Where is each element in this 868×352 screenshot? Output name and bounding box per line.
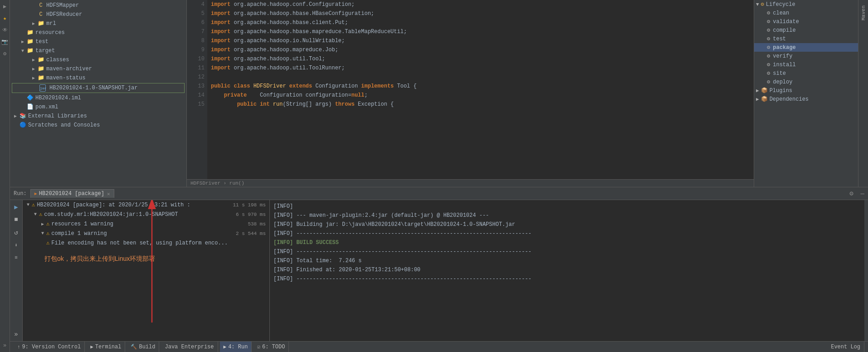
tree-item-classes[interactable]: ▶ 📁 classes — [10, 55, 186, 64]
lifecycle-label: Lifecycle — [766, 1, 795, 8]
maven-install[interactable]: ⚙ install — [754, 60, 858, 69]
maven-test[interactable]: ⚙ test — [754, 34, 858, 43]
run-tab-status[interactable]: ▶ 4: Run — [220, 342, 252, 352]
warning-icon: ⚠ — [32, 201, 35, 208]
tree-item-test[interactable]: ▶ 📁 test — [10, 37, 186, 46]
gear-icon: ⚙ — [767, 61, 770, 68]
run-rerun-button[interactable]: ↺ — [11, 227, 21, 237]
folder-icon: 📁 — [37, 65, 44, 73]
run-play-btn[interactable]: ▶ — [0, 2, 10, 11]
tree-arrow: ▶ — [30, 66, 37, 72]
run-output-panel[interactable]: [INFO] [INFO] --- maven-jar-plugin:2.4:j… — [270, 200, 864, 341]
maven-deploy[interactable]: ⚙ deploy — [754, 78, 858, 86]
tree-item-scratches[interactable]: 🔵 Scratches and Consoles — [10, 121, 186, 130]
event-log-label: Event Log — [831, 344, 860, 350]
database-tab-label[interactable]: Maven — [860, 2, 867, 24]
maven-validate[interactable]: ⚙ validate — [754, 17, 858, 26]
gear-icon: ⚙ — [767, 44, 770, 51]
code-content[interactable]: import org.apache.hadoop.conf.Configurat… — [207, 0, 754, 179]
code-line: import org.apache.hadoop.hbase.client.Pu… — [211, 18, 750, 27]
run-tree-mrl[interactable]: ▼ ⚠ com.study.mrl:HB20201024:jar:1.0-SNA… — [23, 210, 269, 219]
run-tree-resources-label: resources 1 warning — [51, 221, 113, 227]
terminal-tab[interactable]: ▶ Terminal — [87, 342, 125, 352]
status-bar: ↑ 9: Version Control ▶ Terminal 🔨 Build … — [10, 341, 868, 352]
favorites-bar: ▶ ★ 👁 📷 ⚙ » — [0, 0, 10, 352]
editor-area: 4 5 6 7 8 9 10 11 12 13 14 15 impo — [187, 0, 754, 179]
run-label: 4: Run — [228, 344, 248, 350]
maven-clean[interactable]: ⚙ clean — [754, 9, 858, 17]
run-minimize-icon[interactable]: — — [861, 190, 864, 197]
run-stop-button[interactable]: ■ — [11, 215, 21, 225]
line-numbers: 4 5 6 7 8 9 10 11 12 13 14 15 — [187, 0, 207, 179]
maven-site[interactable]: ⚙ site — [754, 69, 858, 78]
tree-item-external-libs[interactable]: ▶ 📚 External Libraries — [10, 112, 186, 121]
camera-btn[interactable]: 📷 — [0, 37, 10, 46]
tree-item-maven-archiver[interactable]: ▶ 📁 maven-archiver — [10, 64, 186, 73]
tree-arrow: ▶ — [30, 21, 37, 26]
structure-btn[interactable]: ⚙ — [0, 49, 10, 58]
tree-item-mrl[interactable]: ▶ 📁 mrl — [10, 19, 186, 28]
java-enterprise-tab[interactable]: Java Enterprise — [161, 342, 218, 352]
run-tree-encoding[interactable]: ⚠ File encoding has not been set, using … — [23, 238, 269, 248]
run-tree-mrl-time: 6 s 970 ms — [236, 212, 268, 217]
favorites-btn[interactable]: ★ — [0, 14, 10, 23]
run-wrap-button[interactable]: ≡ — [11, 253, 21, 263]
output-scrollbar[interactable] — [864, 200, 868, 341]
build-tab[interactable]: 🔨 Build — [127, 342, 159, 352]
tree-item-snapshot-jar[interactable]: jar HB20201024-1.0-SNAPSHOT.jar — [12, 83, 185, 93]
maven-dependencies-header[interactable]: ▶ 📦 Dependencies — [754, 95, 858, 103]
tree-item-hdfsMapper[interactable]: C HDFSMapper — [10, 1, 186, 10]
folder-icon: 📁 — [26, 47, 34, 54]
run-tree-compile[interactable]: ▼ ⚠ compile 1 warning 2 s 544 ms — [23, 229, 269, 238]
tree-item-pom[interactable]: 📄 pom.xml — [10, 103, 186, 112]
maven-compile[interactable]: ⚙ compile — [754, 26, 858, 34]
tree-arrow: ▶ — [12, 113, 19, 119]
dependencies-label: Dependencies — [770, 96, 809, 103]
run-tab-icon: ▶ — [34, 191, 37, 196]
tree-item-maven-status[interactable]: ▶ 📁 maven-status — [10, 73, 186, 83]
maven-plugins-header[interactable]: ▶ 📦 Plugins — [754, 86, 858, 95]
maven-package[interactable]: ⚙ package — [754, 43, 858, 52]
install-label: install — [773, 62, 795, 68]
terminal-label: Terminal — [95, 344, 122, 350]
tree-arrow: ▼ — [19, 49, 26, 54]
gear-icon: ⚙ — [767, 27, 770, 34]
run-tree-resources-time: 538 ms — [248, 221, 268, 227]
maven-lifecycle-header[interactable]: ▼ ⚙ Lifecycle — [754, 0, 858, 9]
code-line — [211, 73, 750, 82]
output-line: [INFO] --- maven-jar-plugin:2.4:jar (def… — [273, 211, 861, 220]
run-tab-close-icon[interactable]: ✕ — [107, 191, 110, 197]
database-tab[interactable]: Maven — [858, 0, 868, 187]
output-line: [INFO] Building jar: D:\java\HB20201024\… — [273, 220, 861, 229]
output-line: [INFO] — [273, 202, 861, 211]
warning-icon: ⚠ — [46, 220, 49, 227]
expand-icon: ▶ — [39, 221, 46, 227]
code-line: import org.apache.hadoop.io.NullWritable… — [211, 36, 750, 45]
lifecycle-folder-icon: ⚙ — [761, 1, 764, 8]
run-play-button[interactable]: ▶ — [11, 202, 21, 212]
expand-icon: ▼ — [24, 202, 32, 207]
todo-label: 6: TODO — [262, 344, 285, 350]
folder-icon: 📁 — [26, 29, 34, 36]
tree-item-iml[interactable]: 🔷 HB20201024.iml — [10, 93, 186, 103]
scratches-icon: 🔵 — [19, 122, 26, 129]
run-tree-root[interactable]: ▼ ⚠ HB20201024 [package]: at 2020/1/25 1… — [23, 200, 269, 210]
todo-tab[interactable]: ☑ 6: TODO — [254, 342, 289, 352]
run-settings-icon[interactable]: ⚙ — [849, 190, 853, 197]
run-left-buttons: ▶ ■ ↺ ⬇ ≡ » — [10, 200, 23, 341]
run-extra-btn[interactable]: » — [11, 329, 21, 339]
eye-btn[interactable]: 👁 — [0, 25, 10, 34]
tree-item-resources[interactable]: 📁 resources — [10, 28, 186, 37]
run-tree-resources[interactable]: ▶ ⚠ resources 1 warning 538 ms — [23, 219, 269, 229]
run-header: Run: ▶ HB20201024 [package] ✕ ⚙ — — [10, 187, 868, 200]
event-log-tab[interactable]: Event Log — [827, 342, 864, 352]
expand-btn[interactable]: » — [0, 341, 10, 350]
maven-verify[interactable]: ⚙ verify — [754, 52, 858, 60]
run-tab[interactable]: ▶ HB20201024 [package] ✕ — [30, 189, 114, 198]
run-scroll-end-button[interactable]: ⬇ — [11, 240, 21, 250]
gear-icon: ⚙ — [767, 70, 770, 77]
tree-item-hdfsReducer[interactable]: C HDFSReducer — [10, 10, 186, 19]
version-control-tab[interactable]: ↑ 9: Version Control — [14, 342, 85, 352]
run-tree-compile-label: compile 1 warning — [51, 230, 107, 237]
tree-item-target[interactable]: ▼ 📁 target — [10, 46, 186, 55]
